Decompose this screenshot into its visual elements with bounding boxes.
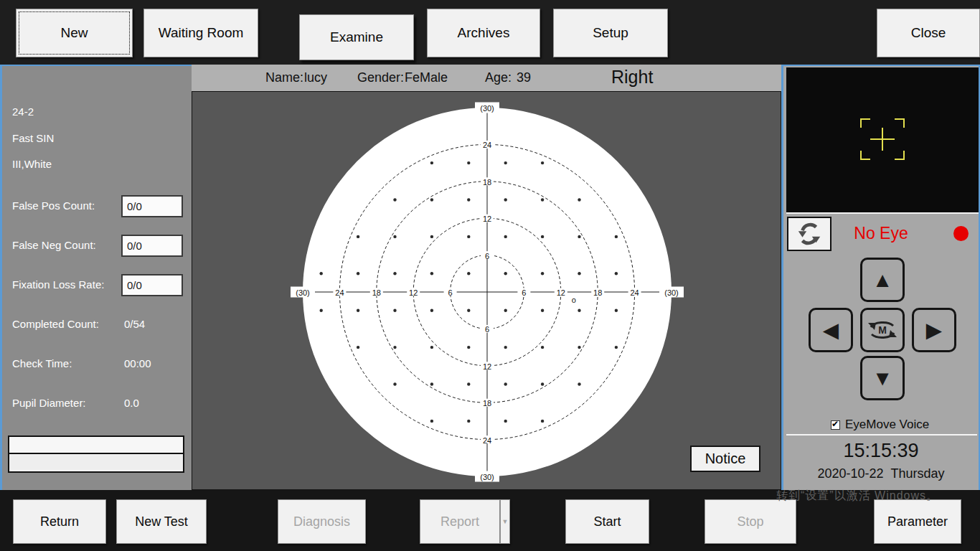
device-control-panel: No Eye ▲ ◀ M ▶ ▼ EyeMove Voice 15:15:39 … bbox=[781, 65, 980, 490]
return-button[interactable]: Return bbox=[13, 499, 106, 544]
svg-text:18: 18 bbox=[372, 288, 381, 297]
test-info-sidebar: 24-2 Fast SIN III,White False Pos Count:… bbox=[0, 65, 192, 490]
eyemove-voice-checkbox[interactable] bbox=[831, 420, 840, 430]
svg-text:M: M bbox=[878, 324, 887, 336]
start-button[interactable]: Start bbox=[565, 499, 649, 544]
stop-button[interactable]: Stop bbox=[705, 499, 796, 544]
record-indicator-icon bbox=[953, 226, 969, 241]
svg-text:12: 12 bbox=[409, 288, 418, 297]
parameter-button[interactable]: Parameter bbox=[874, 499, 961, 544]
motor-center-button[interactable]: M bbox=[860, 308, 905, 352]
check-time-label: Check Time: bbox=[12, 357, 72, 369]
completed-count-label: Completed Count: bbox=[12, 318, 99, 330]
new-test-button[interactable]: New Test bbox=[116, 499, 207, 544]
svg-text:18: 18 bbox=[483, 178, 491, 187]
dropdown-arrow-icon: ▼ bbox=[502, 518, 509, 525]
fixation-loss-label: Fixation Loss Rate: bbox=[12, 278, 104, 291]
svg-text:6: 6 bbox=[448, 288, 453, 297]
visual-field-chart: 6666121212121818181824242424(30)(30)(30)… bbox=[192, 92, 781, 489]
visual-field-chart-area: 6666121212121818181824242424(30)(30)(30)… bbox=[192, 91, 781, 490]
svg-text:o: o bbox=[572, 296, 576, 304]
svg-text:18: 18 bbox=[593, 288, 602, 297]
svg-text:6: 6 bbox=[522, 288, 526, 297]
down-arrow-icon: ▼ bbox=[872, 367, 893, 390]
status-listbox[interactable] bbox=[8, 435, 184, 473]
diagnosis-button[interactable]: Diagnosis bbox=[278, 499, 366, 544]
clock-time: 15:15:39 bbox=[783, 440, 979, 462]
notice-button[interactable]: Notice bbox=[690, 446, 760, 472]
camera-status-bar: No Eye bbox=[783, 215, 979, 253]
svg-text:24: 24 bbox=[630, 288, 639, 297]
patient-gender-value: FeMale bbox=[405, 70, 448, 85]
report-dropdown-button[interactable]: ▼ bbox=[500, 499, 510, 544]
svg-text:12: 12 bbox=[483, 215, 491, 223]
pupil-diameter-value: 0.0 bbox=[124, 397, 139, 409]
false-neg-label: False Neg Count: bbox=[12, 239, 96, 251]
fixation-loss-input[interactable] bbox=[121, 274, 183, 296]
svg-text:(30): (30) bbox=[480, 473, 494, 481]
test-program-label: 24-2 bbox=[12, 105, 34, 118]
eyemove-voice-label: EyeMove Voice bbox=[845, 418, 929, 432]
false-pos-label: False Pos Count: bbox=[12, 199, 95, 212]
panel-divider bbox=[786, 434, 977, 435]
patient-name-label: Name: bbox=[265, 70, 303, 85]
patient-name-value: lucy bbox=[304, 70, 327, 85]
move-down-button[interactable]: ▼ bbox=[860, 356, 905, 400]
move-left-button[interactable]: ◀ bbox=[809, 308, 853, 352]
right-arrow-icon: ▶ bbox=[926, 318, 942, 342]
waiting-room-button[interactable]: Waiting Room bbox=[143, 9, 258, 57]
eyemove-voice-row[interactable]: EyeMove Voice bbox=[831, 418, 929, 432]
svg-text:12: 12 bbox=[483, 362, 491, 371]
svg-text:18: 18 bbox=[483, 399, 491, 408]
check-time-value: 00:00 bbox=[124, 357, 151, 369]
fixation-crosshair-icon bbox=[786, 67, 979, 212]
status-listbox-row bbox=[9, 454, 183, 470]
move-right-button[interactable]: ▶ bbox=[912, 308, 956, 352]
eye-detect-status: No Eye bbox=[783, 224, 979, 243]
up-arrow-icon: ▲ bbox=[872, 268, 893, 292]
examine-button[interactable]: Examine bbox=[299, 14, 414, 60]
completed-count-value: 0/54 bbox=[124, 318, 145, 330]
rotate-m-icon: M bbox=[864, 317, 900, 343]
windows-activation-watermark: 转到“设置”以激活 Windows。 bbox=[776, 489, 938, 504]
svg-text:6: 6 bbox=[485, 252, 489, 260]
eye-side-indicator: Right bbox=[611, 67, 653, 88]
setup-button[interactable]: Setup bbox=[553, 9, 668, 57]
patient-age-label: Age: bbox=[485, 70, 512, 85]
false-pos-input[interactable] bbox=[121, 195, 183, 217]
svg-text:6: 6 bbox=[485, 325, 489, 334]
close-button[interactable]: Close bbox=[877, 9, 980, 57]
svg-text:(30): (30) bbox=[480, 104, 494, 113]
eye-camera-view bbox=[786, 67, 979, 214]
archives-button[interactable]: Archives bbox=[427, 9, 540, 57]
clock-date: 2020-10-22 Thursday bbox=[783, 466, 979, 481]
svg-text:24: 24 bbox=[483, 436, 491, 445]
status-listbox-row bbox=[9, 437, 183, 454]
svg-text:(30): (30) bbox=[664, 288, 679, 297]
patient-age-value: 39 bbox=[517, 70, 531, 85]
test-strategy-label: Fast SIN bbox=[12, 132, 54, 144]
test-stimulus-label: III,White bbox=[12, 158, 52, 170]
pupil-diameter-label: Pupil Diameter: bbox=[12, 397, 86, 409]
new-button[interactable]: New bbox=[16, 9, 133, 57]
svg-text:(30): (30) bbox=[296, 288, 310, 297]
patient-gender-label: Gender: bbox=[357, 70, 404, 85]
report-button[interactable]: Report bbox=[420, 499, 500, 544]
false-neg-input[interactable] bbox=[121, 235, 183, 257]
svg-text:12: 12 bbox=[557, 288, 565, 297]
patient-header: Name: lucy Gender: FeMale Age: 39 Right bbox=[192, 65, 781, 91]
top-toolbar: New Waiting Room Examine Archives Setup … bbox=[0, 0, 980, 65]
svg-text:24: 24 bbox=[483, 141, 491, 149]
move-up-button[interactable]: ▲ bbox=[860, 258, 905, 302]
svg-text:24: 24 bbox=[335, 288, 344, 297]
left-arrow-icon: ◀ bbox=[823, 318, 839, 342]
